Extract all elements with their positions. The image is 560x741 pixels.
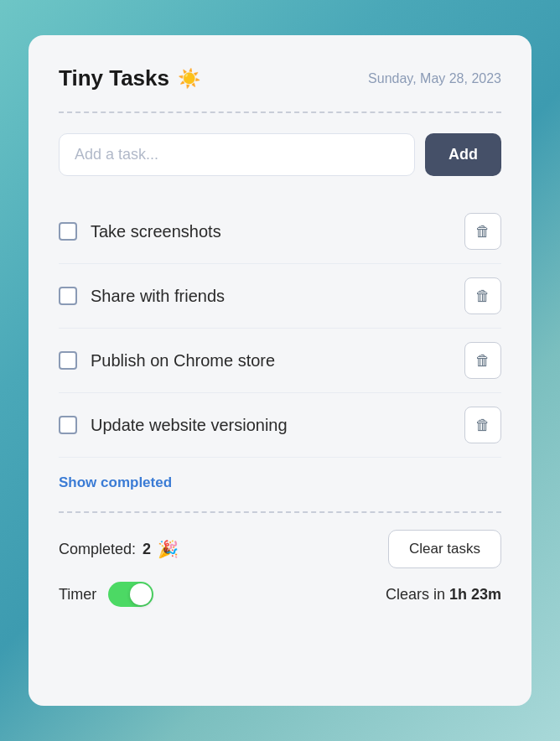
party-emoji: 🎉 <box>158 539 179 559</box>
completed-count: 2 <box>143 541 151 558</box>
task-checkbox-1[interactable] <box>59 222 77 241</box>
task-label-4: Update website versioning <box>91 416 288 435</box>
clear-tasks-button[interactable]: Clear tasks <box>388 530 501 568</box>
app-card: Tiny Tasks ☀️ Sunday, May 28, 2023 Add T… <box>29 35 531 706</box>
completed-prefix: Completed: <box>59 541 136 558</box>
trash-icon-2: 🗑 <box>475 288 490 305</box>
task-left: Share with friends <box>59 287 225 306</box>
task-input[interactable] <box>59 133 415 176</box>
timer-label: Timer <box>59 586 96 604</box>
task-item: Publish on Chrome store 🗑 <box>59 329 501 393</box>
header-left: Tiny Tasks ☀️ <box>59 65 200 91</box>
task-left: Update website versioning <box>59 416 288 435</box>
timer-row: Timer Clears in 1h 23m <box>59 582 501 607</box>
task-checkbox-4[interactable] <box>59 416 77 434</box>
task-label-3: Publish on Chrome store <box>91 351 275 370</box>
bottom-divider <box>59 511 501 513</box>
sun-icon: ☀️ <box>178 68 200 90</box>
trash-icon-1: 🗑 <box>475 223 490 241</box>
add-button[interactable]: Add <box>425 133 501 176</box>
top-divider <box>59 111 501 113</box>
task-item: Share with friends 🗑 <box>59 264 501 329</box>
clears-in-text: Clears in 1h 23m <box>386 586 501 604</box>
completed-row: Completed: 2 🎉 Clear tasks <box>59 530 501 568</box>
task-left: Take screenshots <box>59 222 221 241</box>
task-label-1: Take screenshots <box>91 222 221 241</box>
trash-icon-4: 🗑 <box>475 417 490 434</box>
delete-button-2[interactable]: 🗑 <box>464 277 501 314</box>
delete-button-3[interactable]: 🗑 <box>464 342 501 379</box>
timer-left: Timer <box>59 582 153 607</box>
clears-in-time: 1h 23m <box>449 586 501 603</box>
task-checkbox-3[interactable] <box>59 351 77 370</box>
trash-icon-3: 🗑 <box>475 352 490 370</box>
footer: Completed: 2 🎉 Clear tasks Timer Clears … <box>59 530 501 607</box>
header: Tiny Tasks ☀️ Sunday, May 28, 2023 <box>59 65 501 91</box>
completed-label: Completed: 2 🎉 <box>59 539 179 559</box>
app-title: Tiny Tasks <box>59 65 169 91</box>
task-checkbox-2[interactable] <box>59 287 77 305</box>
task-list: Take screenshots 🗑 Share with friends 🗑 … <box>59 200 501 458</box>
delete-button-1[interactable]: 🗑 <box>464 213 501 250</box>
timer-toggle[interactable] <box>108 582 153 607</box>
toggle-knob <box>130 583 152 605</box>
show-completed-button[interactable]: Show completed <box>59 464 501 498</box>
task-item: Take screenshots 🗑 <box>59 200 501 264</box>
task-item: Update website versioning 🗑 <box>59 393 501 458</box>
date-text: Sunday, May 28, 2023 <box>368 71 501 86</box>
task-label-2: Share with friends <box>91 287 225 306</box>
task-left: Publish on Chrome store <box>59 351 275 370</box>
delete-button-4[interactable]: 🗑 <box>464 407 501 443</box>
input-row: Add <box>59 133 501 176</box>
